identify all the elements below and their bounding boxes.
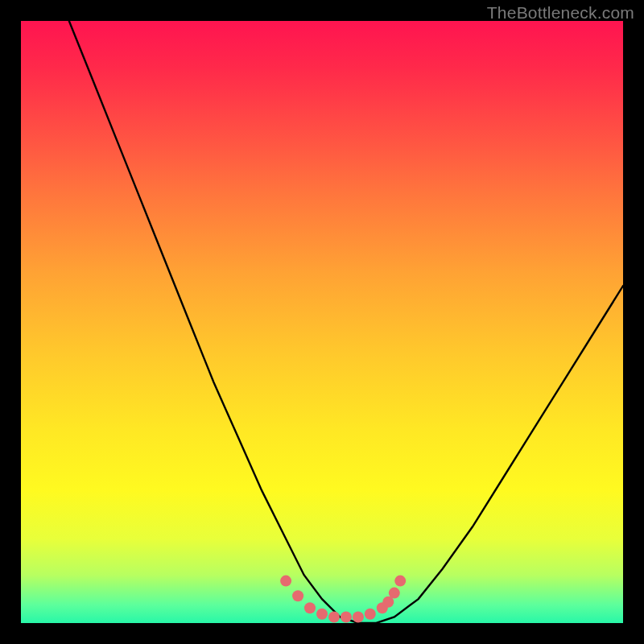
bottleneck-curve [69,21,623,623]
highlight-marker [292,590,303,601]
highlight-marker [304,602,316,613]
chart-frame: TheBottleneck.com [0,0,644,644]
highlight-marker [365,609,376,620]
bottleneck-curve-svg [21,21,623,623]
plot-area [21,21,623,623]
highlight-marker [341,612,352,623]
highlight-marker [328,612,340,623]
highlight-marker [394,576,406,587]
watermark-text: TheBottleneck.com [487,3,634,23]
highlight-markers [280,576,406,623]
highlight-marker [316,609,328,620]
highlight-marker [280,576,291,587]
highlight-marker [389,588,400,599]
highlight-marker [353,612,364,623]
